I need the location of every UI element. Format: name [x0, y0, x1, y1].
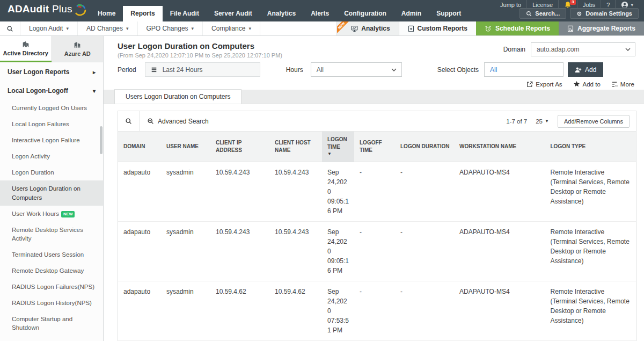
- chevron-down-icon: [625, 48, 631, 51]
- sidebar-report-item[interactable]: Local Logon Failures: [0, 116, 103, 132]
- export-as-button[interactable]: Export As: [526, 81, 562, 88]
- sidebar-group-local-logon-logoff[interactable]: Local Logon-Logoff ▾: [0, 81, 103, 100]
- sidebar-scrollbar-thumb[interactable]: [100, 126, 103, 154]
- add-user-icon: [575, 67, 582, 73]
- results-table: DOMAIN ▼ USER NAME ▼ CLIENT IP: [118, 132, 636, 341]
- nav-item[interactable]: File Audit: [163, 6, 207, 21]
- cell-client-host: 10.59.4.243: [269, 221, 322, 281]
- reports-search-button[interactable]: [0, 21, 20, 35]
- sidebar-report-item[interactable]: RADIUS Logon Failures(NPS): [0, 279, 103, 295]
- hours-select[interactable]: All: [311, 62, 402, 77]
- nav-item[interactable]: Configuration: [336, 6, 394, 21]
- domain-settings-button[interactable]: Domain Settings: [570, 8, 639, 19]
- table-search-button[interactable]: [118, 111, 140, 131]
- report-header: User Logon Duration on Computers (From S…: [104, 36, 644, 59]
- sidebar-report-item[interactable]: Logon Activity: [0, 148, 103, 164]
- nav-item[interactable]: Analytics: [260, 6, 303, 21]
- column-header[interactable]: LOGOFF TIME ▼: [354, 132, 395, 162]
- sidebar-report-item[interactable]: Terminated Users Session: [0, 246, 103, 263]
- column-header[interactable]: DOMAIN ▼: [118, 132, 161, 162]
- sidebar-tab[interactable]: Active Directory: [0, 36, 52, 62]
- cell-logon-type: Remote Interactive (Terminal Services, R…: [545, 162, 636, 221]
- table-row[interactable]: adapauto sysadmin 10.59.4.243 10.59.4.24…: [118, 162, 636, 221]
- sidebar-report-item[interactable]: Interactive Logon Failure: [0, 132, 103, 148]
- more-icon: [611, 81, 618, 88]
- nav-item[interactable]: Support: [429, 6, 469, 21]
- select-objects-input[interactable]: All: [484, 62, 564, 77]
- cell-client-ip: 10.59.4.243: [210, 162, 269, 221]
- column-header[interactable]: USER NAME ▼: [161, 132, 210, 162]
- sidebar-report-item[interactable]: Currently Logged On Users: [0, 100, 103, 116]
- reports-menubar: Logon Audit ▾ AD Changes ▾ GPO Changes ▾…: [0, 21, 644, 36]
- chevron-down-icon: ▾: [66, 26, 69, 31]
- sidebar-report-item[interactable]: Computer Startup and Shutdown: [0, 311, 103, 336]
- cell-logon-time: Sep 24,2020 09:05:16 PM: [322, 221, 354, 281]
- report-menu[interactable]: Compliance ▾: [203, 21, 260, 35]
- column-header[interactable]: CLIENT HOST NAME ▼: [269, 132, 322, 162]
- nav-item[interactable]: Reports: [123, 6, 162, 21]
- report-content: Advanced Search 1-7 of 7 25 ▼ Add/Remove…: [104, 104, 644, 341]
- column-header[interactable]: WORKSTATION NAME ▼: [454, 132, 545, 162]
- global-search-button[interactable]: Search...: [519, 8, 566, 19]
- aggregate-reports-button[interactable]: Aggregate Reports: [559, 21, 644, 35]
- top-header: ADAudit Plus Jump to License 3 Jobs ? ▾ …: [0, 0, 644, 21]
- domain-select[interactable]: auto.adap.com: [531, 42, 635, 56]
- nav-item[interactable]: Home: [90, 6, 123, 21]
- more-button[interactable]: More: [611, 81, 634, 88]
- report-menu[interactable]: Logon Audit ▾: [20, 21, 78, 35]
- custom-reports-button[interactable]: Custom Reports: [399, 21, 476, 35]
- header-buttons: Search... Domain Settings: [519, 8, 639, 19]
- add-to-button[interactable]: Add to: [573, 81, 601, 88]
- custom-report-icon: [408, 25, 414, 32]
- report-tab[interactable]: Users Logon Duration on Computers: [114, 89, 241, 104]
- nav-item[interactable]: Admin: [394, 6, 429, 21]
- logo-text: ADAudit: [8, 3, 49, 14]
- pagination-status: 1-7 of 7: [506, 118, 527, 125]
- caret-down-icon: ▼: [545, 119, 549, 124]
- column-header[interactable]: LOGON TYPE ▼: [545, 132, 636, 162]
- cell-client-ip: 10.59.4.243: [210, 221, 269, 281]
- sidebar-report-item[interactable]: Users Logon Duration on Computers: [0, 180, 103, 205]
- add-remove-columns-button[interactable]: Add/Remove Columns: [558, 115, 630, 128]
- main-nav: Home Reports File Audit Server Audit Ana…: [90, 6, 469, 21]
- table-row[interactable]: adapauto sysadmin 10.59.4.243 10.59.4.24…: [118, 221, 636, 281]
- column-header[interactable]: LOGON DURATION ▼: [395, 132, 454, 162]
- cell-user-name: sysadmin: [161, 281, 210, 340]
- cell-workstation: ADAPAUTO-MS4: [454, 281, 545, 340]
- table-toolbar: Advanced Search 1-7 of 7 25 ▼ Add/Remove…: [118, 111, 636, 132]
- table-row[interactable]: adapauto sysadmin 10.59.4.62 10.59.4.62 …: [118, 281, 636, 340]
- cell-client-host: 10.59.4.243: [269, 162, 322, 221]
- nav-item[interactable]: Alerts: [303, 6, 336, 21]
- schedule-reports-button[interactable]: Schedule Reports: [476, 21, 559, 35]
- cell-logon-duration: -: [395, 221, 454, 281]
- cell-client-ip: 10.59.4.62: [210, 281, 269, 340]
- advanced-search-button[interactable]: Advanced Search: [140, 118, 209, 125]
- cell-logon-time: Sep 24,2020 09:05:16 PM: [322, 162, 354, 221]
- sidebar-group-user-logon-reports[interactable]: User Logon Reports ▸: [0, 62, 103, 81]
- column-header[interactable]: CLIENT IP ADDRESS ▼: [210, 132, 269, 162]
- directory-icon: [21, 40, 30, 48]
- sidebar-report-item[interactable]: Logon Duration: [0, 164, 103, 180]
- sidebar-report-item[interactable]: Remote Desktop Gateway: [0, 263, 103, 279]
- page-size-select[interactable]: 25 ▼: [536, 118, 549, 125]
- cell-logon-duration: -: [395, 281, 454, 340]
- chevron-down-icon: ▾: [631, 2, 633, 8]
- sidebar-tab[interactable]: Azure AD: [52, 36, 104, 62]
- app-logo[interactable]: ADAudit Plus: [8, 3, 87, 16]
- report-menu[interactable]: GPO Changes ▾: [138, 21, 203, 35]
- aggregate-report-icon: [567, 25, 574, 32]
- period-picker[interactable]: Last 24 Hours: [145, 62, 260, 77]
- sidebar-report-item[interactable]: User Work HoursNEW: [0, 206, 103, 222]
- domain-control: Domain auto.adap.com: [503, 42, 635, 56]
- sidebar-report-item[interactable]: Computer Last Startup and Shutdown: [0, 336, 103, 341]
- report-panel: Advanced Search 1-7 of 7 25 ▼ Add/Remove…: [118, 111, 636, 341]
- sidebar-report-item[interactable]: RADIUS Logon History(NPS): [0, 295, 103, 311]
- report-menu[interactable]: AD Changes ▾: [78, 21, 138, 35]
- add-objects-button[interactable]: Add: [568, 62, 603, 77]
- logo-suffix: Plus: [52, 3, 72, 14]
- search-icon: [526, 11, 532, 17]
- sidebar-report-item[interactable]: Remote Desktop Services Activity: [0, 222, 103, 246]
- analytics-tab[interactable]: NEW Analytics: [336, 21, 398, 35]
- nav-item[interactable]: Server Audit: [207, 6, 260, 21]
- column-header[interactable]: LOGON TIME ▼: [322, 132, 354, 162]
